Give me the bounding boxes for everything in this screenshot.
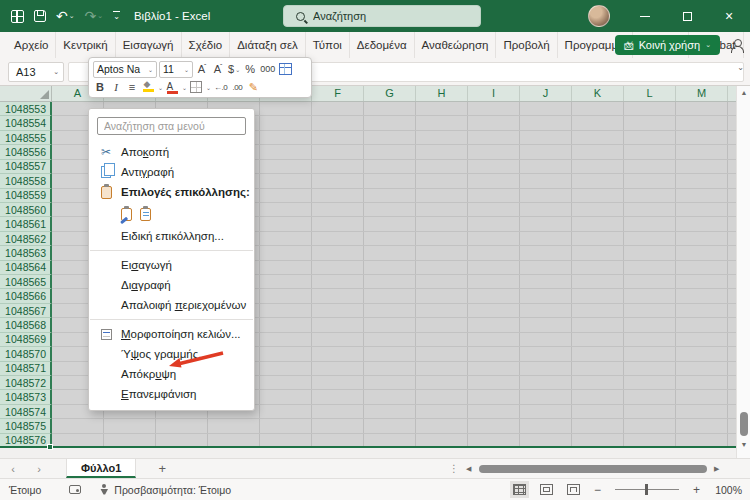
ribbon-tab-τύποι[interactable]: Τύποι — [306, 32, 350, 58]
align-button[interactable]: ≡ — [125, 79, 139, 96]
name-box[interactable]: A13 ⌄ — [8, 62, 64, 82]
currency-format-button[interactable]: $⌄ — [227, 61, 241, 78]
avatar[interactable] — [588, 5, 610, 27]
search-input[interactable] — [313, 10, 463, 22]
ribbon-tab-σχέδιο[interactable]: Σχέδιο — [182, 32, 231, 58]
row-header-1048568[interactable]: 1048568 — [0, 318, 52, 332]
column-header-M[interactable]: M — [676, 86, 728, 101]
menu-item[interactable]: Επιλογές επικόλλησης: — [89, 182, 254, 202]
select-all-corner[interactable] — [0, 86, 52, 101]
row-header-1048564[interactable]: 1048564 — [0, 261, 52, 275]
minimize-button[interactable] — [624, 0, 666, 32]
menu-item[interactable]: Διαγραφή — [89, 275, 254, 295]
tab-splitter-handle[interactable]: ⋮ — [449, 463, 460, 474]
row-header-1048553[interactable]: 1048553 — [0, 102, 52, 116]
row-header-1048556[interactable]: 1048556 — [0, 145, 52, 159]
menu-item[interactable]: ✂Αποκοπή — [89, 142, 254, 162]
sheet-nav-prev-icon[interactable]: ‹ — [0, 463, 26, 475]
redo-button[interactable]: ↷⌄ — [85, 9, 104, 23]
column-header-F[interactable]: F — [312, 86, 364, 101]
column-header-H[interactable]: H — [416, 86, 468, 101]
column-header-J[interactable]: J — [520, 86, 572, 101]
excel-app-icon[interactable] — [11, 10, 24, 23]
undo-button[interactable]: ↶⌄ — [56, 9, 75, 23]
ribbon-tab-κεντρική[interactable]: Κεντρική — [56, 32, 115, 58]
row-header-1048566[interactable]: 1048566 — [0, 289, 52, 303]
ribbon-tab-power-pivot[interactable]: Power Pivot — [744, 32, 750, 58]
font-size-select[interactable]: 11⌄ — [159, 61, 193, 78]
ribbon-tab-δεδομένα[interactable]: Δεδομένα — [350, 32, 415, 58]
search-box[interactable] — [283, 5, 481, 27]
comma-format-button[interactable]: 000 — [259, 61, 276, 78]
font-name-select[interactable]: Aptos Na⌄ — [93, 61, 157, 78]
chevron-down-icon[interactable]: ⌄ — [182, 84, 187, 91]
format-as-table-button[interactable] — [278, 61, 293, 78]
menu-item[interactable]: Μορφοποίηση κελιών... — [89, 324, 254, 344]
zoom-in-button[interactable]: + — [693, 483, 700, 497]
row-header-1048559[interactable]: 1048559 — [0, 189, 52, 203]
row-header-1048570[interactable]: 1048570 — [0, 347, 52, 361]
row-header-1048563[interactable]: 1048563 — [0, 246, 52, 260]
row-header-1048571[interactable]: 1048571 — [0, 362, 52, 376]
close-button[interactable]: × — [708, 0, 750, 32]
sheet-tab-active[interactable]: Φύλλο1 — [66, 459, 136, 478]
zoom-out-button[interactable]: − — [594, 483, 601, 497]
increase-font-size-button[interactable]: Aˆ — [195, 61, 209, 78]
menu-item[interactable]: Εισαγωγή — [89, 255, 254, 275]
scroll-down-icon[interactable]: ▼ — [737, 441, 750, 448]
menu-item[interactable]: Ειδική επικόλληση... — [89, 226, 254, 246]
chevron-down-icon[interactable]: ⌄ — [158, 84, 163, 91]
formula-bar-expand-icon[interactable]: ⌄ — [737, 63, 744, 72]
zoom-level[interactable]: 100% — [714, 484, 742, 496]
menu-search-box[interactable] — [97, 117, 246, 135]
font-color-button[interactable]: A — [165, 79, 179, 96]
increase-decimal-button[interactable]: ←.0 — [213, 79, 228, 96]
row-header-1048573[interactable]: 1048573 — [0, 390, 52, 404]
row-header-1048558[interactable]: 1048558 — [0, 174, 52, 188]
borders-button[interactable] — [189, 79, 203, 96]
zoom-slider-thumb[interactable] — [645, 484, 648, 495]
menu-item[interactable]: Επανεμφάνιση — [89, 384, 254, 404]
chevron-down-icon[interactable]: ⌄ — [206, 84, 211, 91]
bold-button[interactable]: B — [93, 79, 107, 96]
row-header-1048574[interactable]: 1048574 — [0, 405, 52, 419]
percent-format-button[interactable]: % — [243, 61, 257, 78]
row-header-1048562[interactable]: 1048562 — [0, 232, 52, 246]
scroll-left-icon[interactable]: ◀ — [466, 465, 471, 473]
ribbon-tab-εισαγωγή[interactable]: Εισαγωγή — [116, 32, 182, 58]
decrease-font-size-button[interactable]: Aˇ — [211, 61, 225, 78]
page-break-view-button[interactable] — [567, 484, 580, 495]
row-cells[interactable] — [52, 419, 736, 433]
ribbon-tab-αναθεώρηση[interactable]: Αναθεώρηση — [415, 32, 497, 58]
row-header-1048557[interactable]: 1048557 — [0, 160, 52, 174]
vertical-scrollbar[interactable]: ▲ ▼ — [736, 86, 750, 458]
share-button[interactable]: 🖄 Κοινή χρήση ⌄ — [615, 35, 720, 55]
add-sheet-button[interactable]: + — [158, 461, 166, 476]
row-header-1048572[interactable]: 1048572 — [0, 376, 52, 390]
column-header-I[interactable]: I — [468, 86, 520, 101]
scroll-right-icon[interactable]: ▶ — [714, 465, 719, 473]
accessibility-status[interactable]: Προσβασιμότητα: Έτοιμο — [114, 484, 231, 496]
row-header-1048567[interactable]: 1048567 — [0, 304, 52, 318]
maximize-button[interactable] — [666, 0, 708, 32]
format-painter-button[interactable]: ✎ — [246, 79, 260, 96]
column-header-G[interactable]: G — [364, 86, 416, 101]
vertical-scroll-thumb[interactable] — [740, 412, 748, 436]
save-icon[interactable] — [34, 10, 46, 22]
sheet-nav-next-icon[interactable]: › — [26, 463, 52, 475]
paste-values-icon[interactable] — [140, 208, 151, 221]
column-header-L[interactable]: L — [624, 86, 676, 101]
customize-qat-icon[interactable]: ⌄ — [113, 11, 120, 21]
italic-button[interactable]: I — [109, 79, 123, 96]
row-header-1048575[interactable]: 1048575 — [0, 419, 52, 433]
column-header-K[interactable]: K — [572, 86, 624, 101]
row-header-1048555[interactable]: 1048555 — [0, 131, 52, 145]
row-header-1048569[interactable]: 1048569 — [0, 333, 52, 347]
row-header-1048560[interactable]: 1048560 — [0, 203, 52, 217]
selection-fill-handle[interactable] — [47, 444, 53, 450]
people-icon[interactable] — [730, 39, 744, 52]
menu-search-input[interactable] — [98, 120, 245, 132]
ribbon-tab-προβολή[interactable]: Προβολή — [496, 32, 557, 58]
paste-formatting-icon[interactable] — [121, 208, 132, 221]
menu-item[interactable]: Αντιγραφή — [89, 162, 254, 182]
